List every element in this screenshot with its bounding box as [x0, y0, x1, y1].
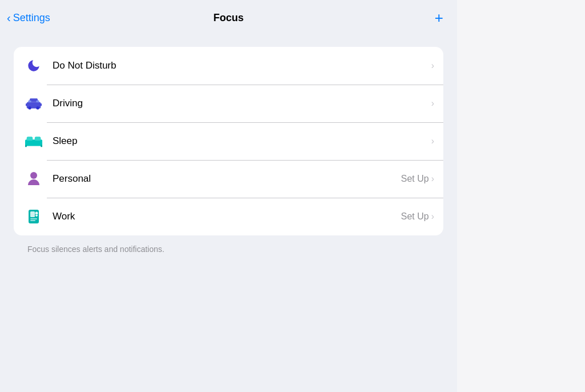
sleep-chevron-icon: ›: [431, 136, 434, 146]
work-icon: [27, 209, 40, 225]
nav-bar: ‹ Settings Focus +: [0, 0, 457, 35]
personal-label: Personal: [53, 173, 401, 185]
work-right: Set Up ›: [401, 211, 434, 222]
personal-row[interactable]: Personal Set Up ›: [14, 160, 443, 198]
svg-rect-19: [30, 220, 35, 221]
page-title: Focus: [213, 12, 243, 24]
personal-icon-container: [23, 168, 45, 190]
sleep-right: ›: [431, 136, 434, 146]
sleep-icon-container: [23, 130, 45, 152]
svg-rect-12: [35, 137, 41, 141]
driving-row[interactable]: Driving ›: [14, 85, 443, 122]
bed-icon: [25, 135, 42, 147]
car-icon: [26, 96, 42, 111]
driving-label: Driving: [53, 98, 431, 109]
driving-chevron-icon: ›: [431, 98, 434, 109]
sleep-row[interactable]: Sleep ›: [14, 122, 443, 160]
driving-icon-container: [23, 93, 45, 114]
svg-point-4: [36, 106, 39, 109]
svg-rect-1: [28, 101, 31, 103]
svg-point-3: [28, 106, 31, 109]
svg-rect-18: [30, 218, 37, 219]
svg-rect-2: [36, 101, 39, 103]
svg-rect-17: [30, 211, 35, 217]
add-button[interactable]: +: [435, 10, 443, 25]
driving-right: ›: [431, 98, 434, 109]
svg-rect-13: [25, 145, 27, 147]
personal-setup-text: Set Up: [401, 174, 429, 184]
svg-point-15: [30, 172, 37, 179]
work-row[interactable]: Work Set Up ›: [14, 198, 443, 235]
sleep-label: Sleep: [53, 135, 431, 147]
do-not-disturb-row[interactable]: Do Not Disturb ›: [14, 47, 443, 85]
do-not-disturb-label: Do Not Disturb: [53, 60, 431, 71]
svg-rect-11: [27, 137, 33, 141]
do-not-disturb-icon-container: [23, 55, 45, 77]
right-panel: [457, 0, 585, 392]
svg-rect-14: [41, 145, 42, 147]
work-label: Work: [53, 211, 401, 222]
svg-point-20: [35, 212, 38, 215]
footer-text: Focus silences alerts and notifications.: [14, 245, 443, 254]
back-button[interactable]: ‹ Settings: [7, 11, 50, 25]
work-chevron-icon: ›: [431, 211, 434, 222]
moon-icon: [26, 58, 41, 73]
do-not-disturb-right: ›: [431, 61, 434, 71]
work-setup-text: Set Up: [401, 211, 429, 222]
back-chevron-icon: ‹: [7, 11, 11, 25]
back-label: Settings: [13, 12, 50, 24]
personal-chevron-icon: ›: [431, 174, 434, 184]
personal-right: Set Up ›: [401, 174, 434, 184]
svg-rect-6: [40, 103, 42, 106]
focus-list: Do Not Disturb ›: [14, 47, 443, 235]
person-icon: [27, 171, 40, 186]
work-icon-container: [23, 206, 45, 227]
content-area: Do Not Disturb ›: [0, 35, 457, 254]
svg-rect-5: [26, 103, 28, 106]
do-not-disturb-chevron-icon: ›: [431, 61, 434, 71]
